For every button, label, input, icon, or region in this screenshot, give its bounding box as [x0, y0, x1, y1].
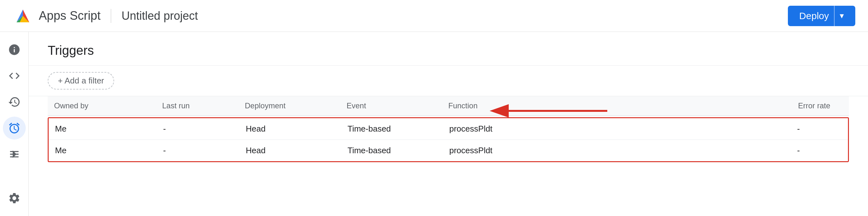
sidebar-item-history[interactable]	[3, 90, 26, 113]
col-extra	[563, 101, 792, 110]
cell-owned-by-2: Me	[49, 145, 157, 156]
apps-script-logo	[13, 6, 33, 26]
cell-function-2: processPldt	[443, 145, 564, 156]
table-row: Me - Head Time-based processPldt -	[49, 118, 848, 140]
col-deployment: Deployment	[239, 101, 340, 110]
deploy-chevron-icon[interactable]: ▾	[834, 6, 844, 26]
code-icon	[8, 70, 21, 82]
page-header: Triggers	[29, 32, 868, 65]
cell-deployment-1: Head	[240, 124, 341, 134]
info-icon	[8, 43, 21, 56]
cell-error-rate-2: -	[791, 145, 848, 156]
sidebar-item-triggers[interactable]	[3, 116, 26, 139]
executions-icon	[8, 148, 21, 161]
settings-icon	[8, 192, 21, 205]
sidebar-item-code[interactable]	[3, 64, 26, 87]
cell-event-2: Time-based	[341, 145, 443, 156]
sidebar	[0, 32, 29, 216]
table-header: Owned by Last run Deployment Event Funct…	[48, 96, 849, 116]
add-filter-label: + Add a filter	[58, 76, 104, 86]
col-event: Event	[340, 101, 442, 110]
alarm-icon	[8, 122, 21, 134]
sidebar-item-info[interactable]	[3, 38, 26, 61]
main-layout: Triggers + Add a filter Owned by Last ru…	[0, 32, 868, 216]
deploy-button[interactable]: Deploy ▾	[788, 6, 855, 26]
col-last-run: Last run	[156, 101, 239, 110]
sidebar-item-executions[interactable]	[3, 143, 26, 166]
col-owned-by: Owned by	[48, 101, 156, 110]
sidebar-item-settings[interactable]	[3, 187, 26, 210]
deploy-label: Deploy	[799, 10, 829, 21]
cell-last-run-1: -	[157, 124, 240, 134]
red-arrow-annotation	[505, 95, 607, 127]
cell-owned-by-1: Me	[49, 124, 157, 134]
main-content: Triggers + Add a filter Owned by Last ru…	[29, 32, 868, 216]
app-title: Apps Script	[39, 9, 100, 23]
cell-event-1: Time-based	[341, 124, 443, 134]
history-icon	[8, 96, 21, 108]
project-title: Untitled project	[121, 9, 198, 23]
trigger-rows-wrapper: Me - Head Time-based processPldt - Me - …	[48, 117, 849, 162]
cell-last-run-2: -	[157, 145, 240, 156]
header-divider	[111, 9, 111, 23]
header: Apps Script Untitled project Deploy ▾	[0, 0, 868, 32]
page-title: Triggers	[48, 43, 849, 58]
cell-deployment-2: Head	[240, 145, 341, 156]
cell-error-rate-1: -	[791, 124, 848, 134]
table-row: Me - Head Time-based processPldt -	[49, 140, 848, 161]
filter-bar: + Add a filter	[29, 65, 868, 96]
add-filter-button[interactable]: + Add a filter	[48, 72, 114, 89]
logo-area: Apps Script	[13, 6, 100, 26]
table-container: Owned by Last run Deployment Event Funct…	[29, 96, 868, 162]
col-error-rate: Error rate	[792, 101, 849, 110]
